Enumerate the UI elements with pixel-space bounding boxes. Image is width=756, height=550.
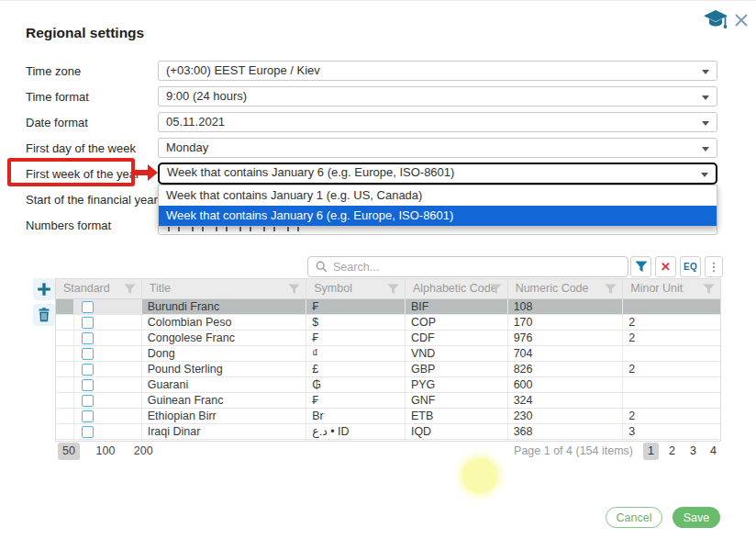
table-row[interactable]: Pound Sterling £ GBP 826 2 — [56, 362, 720, 377]
delete-row-button[interactable] — [33, 304, 55, 326]
cell-numeric-code: 108 — [508, 299, 624, 314]
cell-minor-unit: 2 — [623, 362, 720, 376]
cell-minor-unit — [623, 377, 720, 392]
table-row[interactable]: Iraqi Dinar د.ع • ID IQD 368 3 — [56, 424, 720, 440]
label-time-format: Time format — [26, 90, 89, 104]
dropdown-option-january-1[interactable]: Week that contains January 1 (e.g. US, C… — [159, 185, 717, 206]
grid-search — [307, 256, 628, 277]
column-filter-icon[interactable] — [124, 284, 136, 295]
filter-button[interactable] — [630, 256, 651, 277]
page-button-4[interactable]: 4 — [706, 443, 721, 460]
cell-alphabetic-code: GBP — [406, 362, 508, 376]
trash-icon — [37, 308, 51, 322]
cell-numeric-code: 826 — [508, 362, 624, 376]
plus-icon — [36, 281, 52, 297]
page-title: Regional settings — [26, 25, 144, 41]
row-handle-cell — [56, 331, 74, 345]
row-checkbox[interactable] — [82, 410, 94, 422]
column-header-standard[interactable]: Standard — [56, 279, 142, 298]
row-handle-cell — [56, 299, 74, 314]
cell-symbol: ₣ — [306, 299, 406, 314]
row-checkbox[interactable] — [82, 426, 94, 438]
column-header-numeric-code[interactable]: Numeric Code — [508, 279, 624, 298]
chevron-down-icon — [702, 147, 709, 152]
filter-funnel-icon — [635, 261, 648, 273]
cell-numeric-code: 704 — [508, 346, 624, 361]
column-header-title[interactable]: Title — [142, 279, 306, 298]
column-filter-icon[interactable] — [288, 284, 300, 295]
clear-filter-button[interactable]: ✕ — [655, 256, 676, 277]
first-week-select[interactable]: Week that contains January 6 (e.g. Europ… — [158, 163, 717, 185]
cell-alphabetic-code: CDF — [406, 331, 508, 345]
first-day-select[interactable]: Monday — [158, 138, 717, 158]
column-header-alphabetic-code[interactable]: Alphabetic Code — [406, 279, 508, 298]
cell-symbol: ₫ — [306, 346, 406, 361]
row-handle-cell — [56, 440, 74, 442]
column-filter-icon[interactable] — [605, 284, 617, 295]
save-button[interactable]: Save — [673, 507, 720, 528]
cell-numeric-code: 324 — [508, 393, 624, 408]
column-filter-icon[interactable] — [703, 284, 715, 295]
add-row-button[interactable] — [33, 278, 55, 300]
row-handle-cell — [56, 346, 74, 361]
page-button-1[interactable]: 1 — [643, 443, 659, 460]
row-checkbox[interactable] — [82, 317, 94, 329]
row-checkbox-cell — [74, 346, 142, 361]
label-numbers-format: Numbers format — [26, 219, 111, 232]
page-size-100[interactable]: 100 — [93, 443, 117, 460]
row-checkbox-cell — [74, 299, 142, 314]
table-row[interactable]: Guinean Franc ₣ GNF 324 — [56, 393, 720, 409]
time-zone-select[interactable]: (+03:00) EEST Europe / Kiev — [158, 61, 717, 81]
dropdown-option-january-6[interactable]: Week that contains January 6 (e.g. Europ… — [159, 206, 717, 226]
table-row[interactable]: Guarani ₲ PYG 600 — [56, 377, 720, 393]
chevron-down-icon — [701, 173, 708, 177]
table-row[interactable]: Burundi Franc ₣ BIF 108 — [56, 299, 720, 315]
clear-filter-icon: ✕ — [661, 260, 671, 274]
row-checkbox[interactable] — [82, 379, 94, 391]
table-row[interactable]: Dong ₫ VND 704 — [56, 346, 720, 362]
cell-alphabetic-code: IQD — [406, 424, 508, 439]
row-checkbox[interactable] — [82, 348, 94, 360]
cell-title: Guinean Franc — [142, 393, 307, 408]
column-filter-icon[interactable] — [490, 284, 502, 295]
row-checkbox-cell — [74, 424, 142, 439]
time-format-value: 9:00 (24 hours) — [166, 89, 247, 103]
table-row[interactable] — [56, 440, 720, 442]
column-filter-icon[interactable] — [387, 284, 399, 295]
table-row[interactable]: Congolese Franc ₣ CDF 976 2 — [56, 331, 720, 346]
table-row[interactable]: Colombian Peso $ COP 170 2 — [56, 315, 720, 331]
annotation-arrow-head — [148, 164, 158, 181]
first-week-value: Week that contains January 6 (e.g. Europ… — [167, 165, 454, 179]
cell-title: Congolese Franc — [142, 331, 307, 345]
date-format-value: 05.11.2021 — [166, 115, 225, 129]
column-header-symbol[interactable]: Symbol — [306, 279, 406, 298]
cell-minor-unit — [623, 440, 720, 442]
page-size-50[interactable]: 50 — [58, 443, 80, 460]
cell-symbol — [306, 440, 406, 442]
chevron-down-icon — [702, 70, 709, 74]
time-format-select[interactable]: 9:00 (24 hours) — [158, 86, 717, 107]
cell-alphabetic-code: BIF — [406, 299, 508, 314]
cell-numeric-code: 230 — [508, 409, 624, 423]
page-size-200[interactable]: 200 — [131, 443, 156, 460]
cell-alphabetic-code: COP — [406, 315, 508, 330]
help-button[interactable] — [703, 8, 730, 32]
row-checkbox[interactable] — [82, 301, 94, 313]
grid-menu-button[interactable]: ⋮ — [705, 256, 723, 277]
cancel-button[interactable]: Cancel — [606, 507, 662, 528]
row-checkbox[interactable] — [82, 332, 94, 344]
search-panel-button[interactable]: EQ — [680, 256, 701, 277]
cell-minor-unit: 2 — [623, 331, 720, 345]
date-format-select[interactable]: 05.11.2021 — [158, 112, 717, 132]
column-header-minor-unit[interactable]: Minor Unit — [623, 279, 720, 298]
close-button[interactable] — [732, 11, 750, 29]
table-row[interactable]: Ethiopian Birr Br ETB 230 2 — [56, 409, 720, 424]
search-input[interactable] — [328, 261, 628, 274]
first-day-value: Monday — [166, 140, 208, 154]
page-button-3[interactable]: 3 — [685, 443, 701, 460]
cell-minor-unit — [623, 299, 720, 314]
row-checkbox[interactable] — [82, 364, 94, 376]
row-checkbox[interactable] — [82, 395, 94, 407]
row-checkbox[interactable] — [82, 442, 94, 443]
page-button-2[interactable]: 2 — [664, 443, 680, 460]
